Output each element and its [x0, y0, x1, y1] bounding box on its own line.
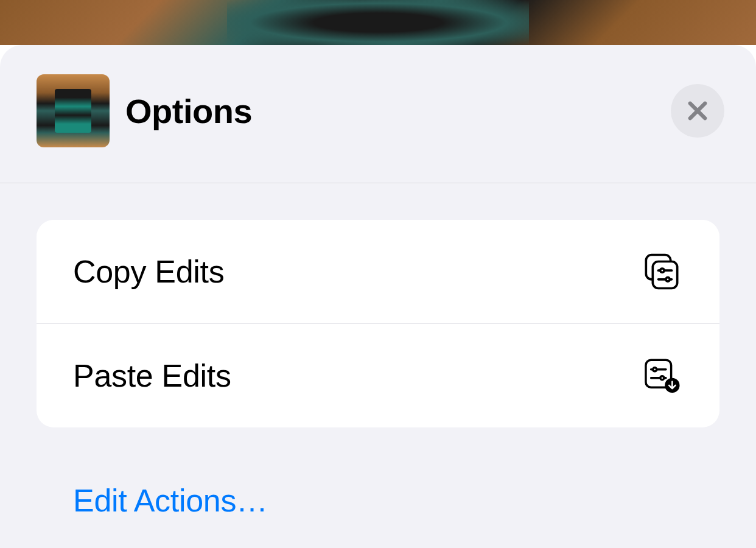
svg-point-10: [653, 368, 657, 371]
sheet-header: Options: [0, 45, 756, 183]
svg-rect-3: [653, 262, 677, 289]
svg-point-5: [660, 269, 664, 272]
photo-thumbnail: [37, 74, 110, 147]
copy-edits-icon: [642, 251, 682, 292]
action-label: Copy Edits: [73, 253, 224, 290]
options-sheet: Options Copy Edits: [0, 45, 756, 548]
action-list: Copy Edits Paste Edits: [37, 220, 719, 427]
edit-actions-link[interactable]: Edit Actions…: [37, 454, 719, 547]
action-label: Paste Edits: [73, 357, 231, 394]
svg-point-12: [660, 376, 664, 379]
copy-edits-button[interactable]: Copy Edits: [37, 220, 719, 323]
background-photo: [0, 0, 756, 45]
paste-edits-icon: [642, 356, 682, 396]
svg-point-7: [666, 278, 670, 281]
close-icon: [685, 98, 710, 124]
paste-edits-button[interactable]: Paste Edits: [37, 323, 719, 427]
close-button[interactable]: [671, 84, 724, 138]
sheet-title: Options: [125, 91, 252, 131]
